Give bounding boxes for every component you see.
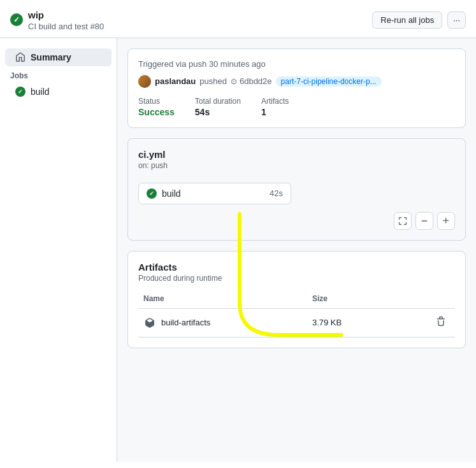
avatar-image bbox=[138, 75, 151, 88]
zoom-out-button[interactable] bbox=[415, 212, 433, 230]
artifacts-count-value: 1 bbox=[261, 107, 266, 117]
status-grid: Status Success Total duration 54s Artifa… bbox=[138, 97, 455, 117]
status-item-status: Status Success bbox=[138, 97, 175, 117]
artifact-name-cell: build-artifacts bbox=[138, 308, 307, 337]
artifacts-count-label: Artifacts bbox=[261, 97, 289, 106]
col-header-actions bbox=[394, 292, 455, 309]
home-icon bbox=[15, 52, 25, 62]
more-options-button[interactable]: ··· bbox=[447, 11, 466, 29]
status-item-duration: Total duration 54s bbox=[195, 97, 241, 117]
fullscreen-button[interactable] bbox=[394, 212, 412, 230]
build-job-duration: 42s bbox=[270, 188, 283, 198]
trigger-action: pushed bbox=[199, 76, 227, 86]
status-item-artifacts: Artifacts 1 bbox=[261, 97, 289, 117]
sidebar-jobs-section: Jobs bbox=[0, 66, 117, 83]
trigger-card: Triggered via push 30 minutes ago paslan… bbox=[127, 48, 466, 128]
duration-label: Total duration bbox=[195, 97, 241, 106]
build-job-success-icon bbox=[147, 188, 157, 199]
artifacts-title: Artifacts bbox=[138, 262, 455, 273]
ci-yaml-card: ci.yml on: push build 42s bbox=[127, 138, 466, 241]
table-row: build-artifacts 3.79 KB bbox=[138, 308, 455, 337]
artifact-name: build-artifacts bbox=[161, 318, 210, 327]
page-header: wip CI build and test #80 Re-run all job… bbox=[0, 0, 476, 38]
zoom-in-button[interactable] bbox=[437, 212, 455, 230]
trigger-row: paslandau pushed ⊙ 6dbdd2e part-7-ci-pip… bbox=[138, 75, 455, 88]
build-job-left: build bbox=[147, 188, 181, 199]
build-job-box[interactable]: build 42s bbox=[138, 183, 291, 204]
header-titles: wip CI build and test #80 bbox=[28, 9, 104, 31]
repo-name: wip bbox=[28, 9, 104, 22]
main-content: Triggered via push 30 minutes ago paslan… bbox=[117, 38, 476, 462]
build-success-icon bbox=[15, 87, 25, 97]
avatar bbox=[138, 75, 151, 88]
artifact-delete-cell bbox=[394, 308, 455, 337]
col-header-size: Size bbox=[307, 292, 394, 309]
sidebar: Summary Jobs build bbox=[0, 38, 117, 462]
sidebar-item-build[interactable]: build bbox=[5, 83, 112, 101]
trigger-username: paslandau bbox=[155, 76, 196, 86]
workflow-name: CI build and test #80 bbox=[28, 22, 104, 31]
artifact-package-icon bbox=[143, 316, 156, 329]
sidebar-item-summary[interactable]: Summary bbox=[5, 48, 112, 66]
artifact-size: 3.79 KB bbox=[307, 308, 394, 337]
page-body: Summary Jobs build Triggered via push 30… bbox=[0, 38, 476, 462]
artifacts-card: Artifacts Produced during runtime Name S… bbox=[127, 251, 466, 348]
duration-value: 54s bbox=[195, 107, 210, 117]
commit-hash: ⊙ 6dbdd2e bbox=[231, 76, 272, 86]
build-job-name: build bbox=[162, 188, 181, 199]
delete-artifact-button[interactable] bbox=[432, 315, 450, 330]
ci-trigger: on: push bbox=[138, 161, 455, 170]
commit-icon: ⊙ bbox=[231, 77, 237, 86]
col-header-name: Name bbox=[138, 292, 307, 309]
branch-badge[interactable]: part-7-ci-pipeline-docker-p... bbox=[276, 76, 382, 87]
ci-card-controls bbox=[138, 212, 455, 230]
sidebar-build-label: build bbox=[31, 87, 50, 97]
sidebar-summary-label: Summary bbox=[31, 52, 71, 62]
status-value: Success bbox=[138, 107, 175, 117]
artifacts-subtitle: Produced during runtime bbox=[138, 274, 455, 283]
header-actions: Re-run all jobs ··· bbox=[372, 11, 466, 29]
trigger-info-text: Triggered via push 30 minutes ago bbox=[138, 59, 455, 69]
artifacts-table: Name Size build-artifacts bbox=[138, 292, 455, 337]
ci-filename: ci.yml bbox=[138, 149, 455, 160]
status-label: Status bbox=[138, 97, 175, 106]
rerun-all-jobs-button[interactable]: Re-run all jobs bbox=[372, 11, 442, 29]
status-success-icon bbox=[10, 13, 23, 26]
header-left: wip CI build and test #80 bbox=[10, 9, 104, 31]
